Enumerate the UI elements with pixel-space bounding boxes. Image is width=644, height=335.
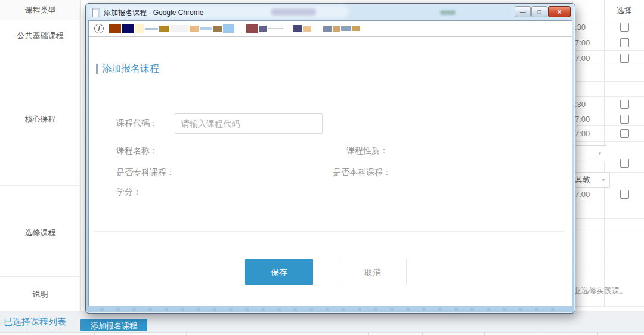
select-checkbox[interactable]	[620, 159, 629, 168]
table-divider	[80, 0, 81, 311]
close-button[interactable]: ×	[548, 6, 571, 17]
redacted-block	[246, 24, 258, 33]
column-divider	[543, 333, 543, 335]
row-divider	[574, 204, 644, 204]
time-cell: 7:00	[575, 115, 590, 124]
select-checkbox[interactable]	[620, 100, 629, 109]
redacted-block	[284, 28, 292, 29]
redacted-text	[271, 8, 316, 16]
course-type-cell: 核心课程	[0, 114, 80, 125]
course-type-header: 课程类型	[0, 0, 80, 20]
select-checkbox[interactable]	[620, 129, 629, 138]
window-content: i 添加报名课程 课程代码： 课程名称： 课程性质： 是否专科课程： 是否本科课…	[88, 20, 572, 306]
time-cell: 7:00	[575, 129, 590, 138]
row-divider	[574, 271, 644, 271]
document-icon	[92, 8, 100, 17]
cancel-button[interactable]: 取消	[339, 259, 407, 285]
window-titlebar[interactable]: 添加报名课程 - Google Chrome — □ ×	[86, 4, 575, 20]
redacted-block	[341, 26, 351, 31]
section-title: 添加报名课程	[102, 63, 159, 75]
row-divider	[0, 276, 80, 277]
redacted-url-blocks	[109, 24, 360, 33]
course-type-cell: 说明	[0, 289, 80, 300]
redacted-text	[440, 10, 456, 15]
course-table-right-edge: 选择 :30 7:00 7:00 :30 7:00 7:00 7:00 ▼ 其教…	[574, 0, 644, 311]
row-divider	[574, 66, 644, 66]
select-column-header: 选择	[604, 5, 644, 16]
row-divider	[574, 306, 644, 307]
page: 课程类型 公共基础课程 核心课程 选修课程 说明 选择 :30 7:00 7:0…	[0, 0, 644, 335]
time-cell: 7:00	[575, 38, 590, 47]
redacted-block	[122, 24, 134, 33]
redacted-block	[109, 24, 121, 33]
redacted-block	[259, 26, 267, 32]
add-course-window: 添加报名课程 - Google Chrome — □ × i 添加报名课程 课程…	[85, 3, 575, 314]
redacted-block	[223, 24, 234, 33]
row-divider	[574, 233, 644, 233]
redacted-block	[312, 26, 322, 32]
info-icon[interactable]: i	[94, 24, 104, 33]
redacted-block	[323, 26, 332, 32]
course-type-cell: 选修课程	[0, 228, 80, 238]
time-cell: :30	[575, 100, 586, 109]
course-code-label: 课程代码：	[116, 118, 158, 129]
select-checkbox[interactable]	[620, 23, 629, 32]
save-button[interactable]: 保存	[245, 259, 313, 285]
category-dropdown-value: 其教	[575, 174, 590, 185]
row-divider	[574, 96, 644, 97]
redacted-block	[333, 26, 340, 32]
category-dropdown[interactable]: 其教 ▼	[569, 172, 610, 188]
column-divider	[422, 333, 423, 335]
row-divider	[574, 125, 644, 126]
column-divider	[186, 333, 187, 335]
window-title: 添加报名课程 - Google Chrome	[104, 8, 203, 18]
row-divider	[574, 253, 644, 253]
row-divider	[574, 35, 644, 35]
row-divider	[0, 185, 80, 186]
window-controls: — □ ×	[514, 6, 571, 17]
row-divider	[574, 20, 644, 20]
course-name-label: 课程名称：	[116, 146, 158, 156]
credits-label: 学分：	[116, 187, 141, 198]
redacted-block	[236, 28, 245, 29]
form-divider	[93, 231, 565, 232]
maximize-button[interactable]: □	[531, 6, 547, 17]
redacted-block	[303, 26, 311, 32]
redacted-block	[352, 26, 360, 31]
row-divider	[574, 50, 644, 51]
minimize-button[interactable]: —	[515, 6, 531, 17]
is-college-course-label: 是否专科课程：	[116, 167, 175, 178]
column-divider	[484, 333, 485, 335]
add-course-button[interactable]: 添加报名课程	[80, 319, 147, 331]
page-info-bar: i	[89, 21, 572, 37]
time-cell: 7:00	[575, 190, 590, 199]
redacted-block	[190, 26, 199, 32]
row-divider	[574, 218, 644, 219]
redacted-block	[145, 28, 158, 30]
redacted-block	[293, 25, 302, 32]
select-checkbox[interactable]	[620, 190, 629, 199]
select-checkbox[interactable]	[620, 115, 629, 124]
redacted-block	[213, 26, 222, 32]
column-divider	[368, 333, 369, 335]
redacted-block	[268, 28, 283, 29]
column-divider	[94, 333, 95, 335]
time-cell: 7:00	[575, 54, 590, 63]
column-divider	[597, 333, 598, 335]
redacted-block	[135, 24, 144, 33]
selected-list-title: 已选择课程列表	[4, 316, 66, 328]
select-checkbox[interactable]	[620, 38, 629, 47]
selected-course-bar: 已选择课程列表 添加报名课程	[0, 311, 644, 333]
window-bottom-texture	[100, 308, 561, 311]
table-header-strip	[0, 332, 644, 335]
course-type-cell: 公共基础课程	[0, 30, 80, 41]
row-divider	[574, 141, 644, 142]
select-checkbox[interactable]	[620, 54, 629, 63]
section-title-bar	[96, 64, 98, 74]
row-divider	[574, 81, 644, 82]
chevron-down-icon: ▼	[601, 177, 606, 183]
chevron-down-icon: ▼	[597, 150, 602, 156]
course-code-input[interactable]	[175, 113, 323, 134]
row-divider	[0, 51, 80, 51]
redacted-block	[159, 26, 169, 32]
